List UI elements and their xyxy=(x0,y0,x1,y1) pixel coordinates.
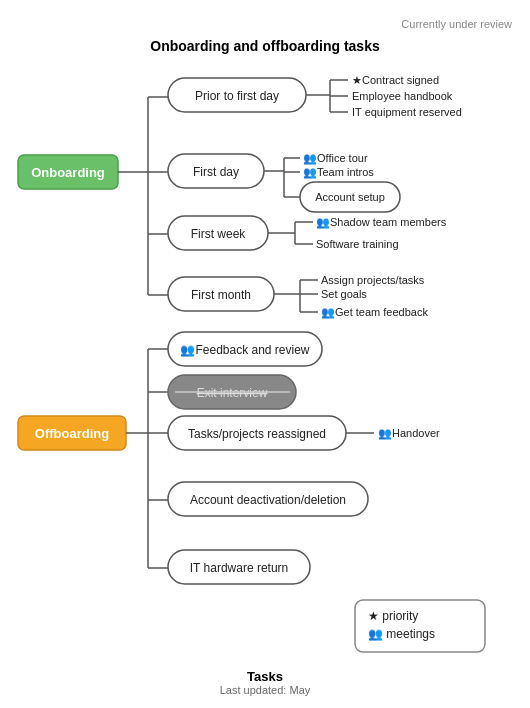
svg-text:First week: First week xyxy=(191,227,247,241)
svg-text:★ priority: ★ priority xyxy=(368,609,418,623)
svg-text:👥Handover: 👥Handover xyxy=(378,426,440,440)
svg-text:👥 meetings: 👥 meetings xyxy=(368,626,435,641)
svg-text:★Contract signed: ★Contract signed xyxy=(352,74,439,86)
svg-text:👥Team intros: 👥Team intros xyxy=(303,165,374,179)
svg-text:👥Shadow team members: 👥Shadow team members xyxy=(316,215,447,229)
diagram-svg: Onboarding Prior to first day ★Contract … xyxy=(0,0,530,708)
svg-text:👥Get team feedback: 👥Get team feedback xyxy=(321,305,428,319)
svg-text:👥Office tour: 👥Office tour xyxy=(303,151,368,165)
svg-text:Software training: Software training xyxy=(316,238,399,250)
svg-text:Onboarding: Onboarding xyxy=(31,165,105,180)
svg-text:Account deactivation/deletion: Account deactivation/deletion xyxy=(190,493,346,507)
svg-text:Prior to first day: Prior to first day xyxy=(195,89,279,103)
svg-text:Tasks/projects reassigned: Tasks/projects reassigned xyxy=(188,427,326,441)
footer: Tasks Last updated: May xyxy=(220,669,311,696)
svg-text:Account setup: Account setup xyxy=(315,191,385,203)
svg-text:IT hardware return: IT hardware return xyxy=(190,561,289,575)
svg-text:First month: First month xyxy=(191,288,251,302)
svg-text:Assign projects/tasks: Assign projects/tasks xyxy=(321,274,425,286)
svg-text:Offboarding: Offboarding xyxy=(35,426,109,441)
footer-title: Tasks xyxy=(220,669,311,684)
svg-text:👥Feedback and review: 👥Feedback and review xyxy=(180,342,309,357)
svg-rect-69 xyxy=(355,600,485,652)
svg-text:IT equipment reserved: IT equipment reserved xyxy=(352,106,462,118)
footer-subtitle: Last updated: May xyxy=(220,684,311,696)
svg-text:Exit interview: Exit interview xyxy=(197,386,268,400)
svg-text:First day: First day xyxy=(193,165,239,179)
svg-text:Set goals: Set goals xyxy=(321,288,367,300)
svg-text:Employee handbook: Employee handbook xyxy=(352,90,453,102)
